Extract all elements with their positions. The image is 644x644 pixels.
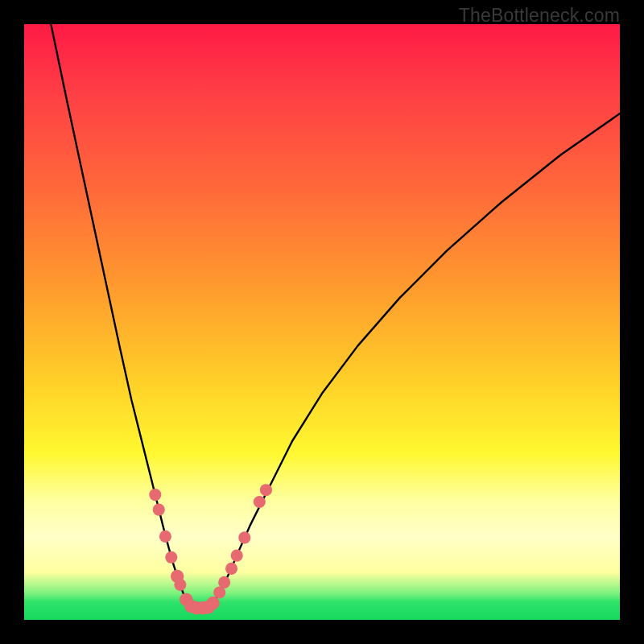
bottleneck-curve — [51, 24, 620, 608]
curve-marker — [254, 496, 266, 508]
curve-marker — [149, 489, 161, 501]
curve-marker — [231, 550, 243, 562]
plot-area — [24, 24, 620, 620]
curve-marker — [159, 530, 171, 543]
curve-marker — [206, 597, 219, 609]
curve-marker — [153, 504, 165, 516]
curve-marker — [165, 551, 177, 564]
curve-marker — [260, 484, 272, 496]
curve-marker — [218, 576, 230, 588]
highlighted-points — [149, 484, 272, 614]
curve-marker — [174, 579, 186, 591]
curve-marker — [225, 563, 237, 575]
bottleneck-curve-svg — [24, 24, 620, 620]
watermark-text: TheBottleneck.com — [459, 5, 620, 27]
curve-marker — [238, 531, 250, 543]
chart-frame: TheBottleneck.com — [0, 0, 644, 644]
